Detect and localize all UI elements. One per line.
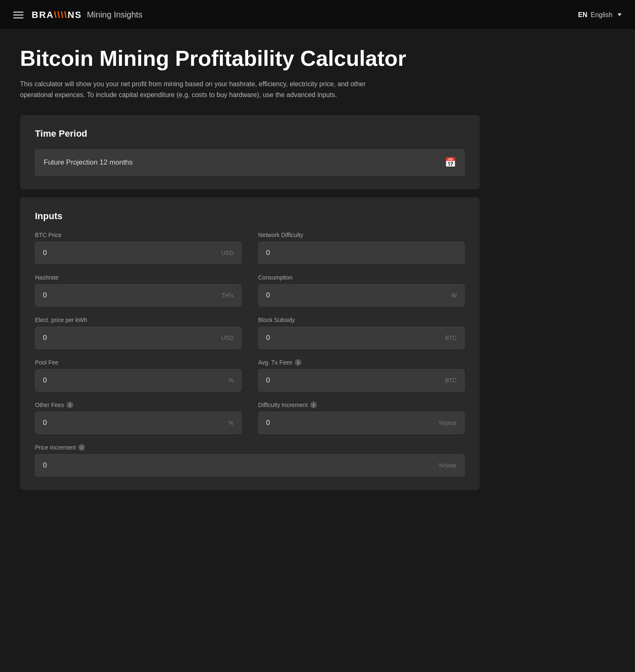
unit-difficulty-increment: %/year [438, 420, 457, 426]
input-elect-price[interactable] [43, 334, 195, 342]
input-field-other-fees[interactable]: % [35, 412, 242, 434]
input-group-pool-fee: Pool Fee% [35, 359, 242, 392]
label-hashrate: Hashrate [35, 274, 242, 281]
info-icon-avg-tx-fees[interactable]: i [295, 359, 301, 366]
input-field-avg-tx-fees[interactable]: BTC [258, 369, 465, 392]
unit-block-subsidy: BTC [445, 335, 457, 341]
unit-elect-price: USD [221, 335, 234, 341]
label-difficulty-increment: Difficulty Incrementi [258, 402, 465, 408]
input-field-network-difficulty[interactable] [258, 242, 465, 264]
input-group-avg-tx-fees: Avg. Tx FeesiBTC [258, 359, 465, 392]
page-title: Bitcoin Mining Profitability Calculator [20, 47, 480, 70]
input-field-pool-fee[interactable]: % [35, 369, 242, 392]
input-group-network-difficulty: Network Difficulty [258, 232, 465, 264]
page-description: This calculator will show you your net p… [20, 79, 395, 100]
label-block-subsidy: Block Subsidy [258, 317, 465, 323]
main-content: Bitcoin Mining Profitability Calculator … [0, 30, 500, 507]
time-period-title: Time Period [35, 128, 465, 139]
input-field-difficulty-increment[interactable]: %/year [258, 412, 465, 434]
input-field-btc-price[interactable]: USD [35, 242, 242, 264]
unit-other-fees: % [229, 420, 234, 426]
info-icon-price-increment[interactable]: i [78, 444, 85, 451]
calendar-icon: 📅 [445, 157, 456, 168]
input-price-increment[interactable] [43, 461, 374, 470]
unit-pool-fee: % [229, 377, 234, 384]
input-block-subsidy[interactable] [266, 334, 418, 342]
input-field-block-subsidy[interactable]: BTC [258, 327, 465, 349]
input-avg-tx-fees[interactable] [266, 376, 418, 385]
time-period-selected-label: Future Projection 12 months [44, 158, 133, 167]
unit-btc-price: USD [221, 250, 234, 256]
unit-avg-tx-fees: BTC [445, 377, 457, 384]
header-left: BRA\\\\NS Mining Insights [13, 10, 142, 20]
label-network-difficulty: Network Difficulty [258, 232, 465, 238]
info-icon-other-fees[interactable]: i [67, 402, 73, 408]
unit-consumption: W [451, 292, 457, 299]
input-group-difficulty-increment: Difficulty Incrementi%/year [258, 402, 465, 434]
inputs-title: Inputs [35, 211, 465, 222]
input-group-consumption: ConsumptionW [258, 274, 465, 307]
label-elect-price: Elect. price per kWh [35, 317, 242, 323]
logo-brand: BRA\\\\NS [32, 10, 82, 20]
input-group-price-increment: Price Incrementi%/year [35, 444, 465, 477]
input-network-difficulty[interactable] [266, 249, 418, 257]
menu-button[interactable] [13, 12, 23, 18]
label-avg-tx-fees: Avg. Tx Feesi [258, 359, 465, 366]
unit-price-increment: %/year [438, 462, 457, 469]
label-other-fees: Other Feesi [35, 402, 242, 408]
info-icon-difficulty-increment[interactable]: i [310, 402, 317, 408]
unit-hashrate: TH/s [221, 292, 234, 299]
input-hashrate[interactable] [43, 291, 195, 300]
input-group-btc-price: BTC PriceUSD [35, 232, 242, 264]
input-field-hashrate[interactable]: TH/s [35, 284, 242, 307]
input-group-elect-price: Elect. price per kWhUSD [35, 317, 242, 349]
input-other-fees[interactable] [43, 419, 195, 427]
time-period-dropdown[interactable]: Future Projection 12 months 📅 [35, 149, 465, 176]
lang-code: EN [578, 11, 587, 19]
time-period-section: Time Period Future Projection 12 months … [20, 115, 480, 189]
input-field-elect-price[interactable]: USD [35, 327, 242, 349]
input-btc-price[interactable] [43, 249, 195, 257]
label-pool-fee: Pool Fee [35, 359, 242, 366]
input-field-price-increment[interactable]: %/year [35, 454, 465, 477]
chevron-down-icon [618, 13, 622, 16]
input-pool-fee[interactable] [43, 376, 195, 385]
input-group-hashrate: HashrateTH/s [35, 274, 242, 307]
language-selector[interactable]: EN English [578, 11, 622, 19]
inputs-grid: BTC PriceUSDNetwork DifficultyHashrateTH… [35, 232, 465, 477]
logo-product: Mining Insights [87, 10, 142, 20]
label-btc-price: BTC Price [35, 232, 242, 238]
label-price-increment: Price Incrementi [35, 444, 465, 451]
label-consumption: Consumption [258, 274, 465, 281]
input-field-consumption[interactable]: W [258, 284, 465, 307]
input-group-other-fees: Other Feesi% [35, 402, 242, 434]
input-difficulty-increment[interactable] [266, 419, 418, 427]
logo: BRA\\\\NS Mining Insights [32, 10, 142, 20]
inputs-section: Inputs BTC PriceUSDNetwork DifficultyHas… [20, 197, 480, 490]
lang-label: English [591, 11, 613, 19]
input-group-block-subsidy: Block SubsidyBTC [258, 317, 465, 349]
app-header: BRA\\\\NS Mining Insights EN English [0, 0, 635, 30]
input-consumption[interactable] [266, 291, 418, 300]
